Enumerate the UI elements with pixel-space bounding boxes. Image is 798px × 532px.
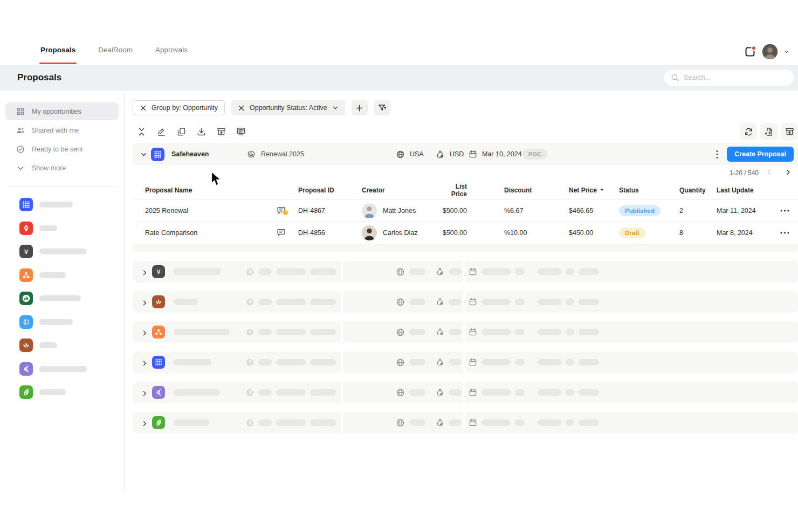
sidebar-item-show-more[interactable]: Show more — [5, 159, 119, 177]
row-menu-kebab-icon[interactable] — [780, 210, 798, 212]
notifications-panel-icon[interactable] — [744, 46, 756, 58]
archive-box-icon[interactable] — [781, 123, 798, 140]
tab-approvals[interactable]: Approvals — [155, 46, 188, 65]
table-header-row: Proposal Name Proposal ID Creator List P… — [133, 181, 798, 199]
collapsed-group-row[interactable]: V — [133, 261, 798, 282]
filter-funnel-button[interactable] — [374, 100, 390, 115]
col-status[interactable]: Status — [619, 186, 679, 194]
opportunity-skeleton-cluster — [246, 321, 336, 343]
collapsed-group-row[interactable] — [133, 382, 798, 403]
lotus-logo-icon — [152, 295, 165, 308]
col-proposal-name[interactable]: Proposal Name — [145, 186, 277, 194]
proposal-name[interactable]: 2025 Renewal — [145, 207, 277, 215]
date-skeleton-cluster — [469, 382, 599, 403]
expand-group-chevron-icon[interactable] — [141, 329, 148, 338]
sidebar-item-label: Shared with me — [32, 127, 79, 134]
sidebar-company-item[interactable] — [0, 217, 124, 240]
opportunity-skeleton-cluster — [246, 351, 336, 373]
table-row[interactable]: Rate Comparison DH-4856 Carlos Diaz $500… — [133, 222, 798, 244]
creator-name: Carlos Diaz — [383, 229, 418, 237]
money-bag-icon — [436, 418, 444, 427]
country-skeleton-cluster — [396, 382, 425, 403]
sidebar-company-item[interactable] — [0, 264, 124, 287]
search-input[interactable] — [684, 74, 787, 81]
download-icon[interactable] — [196, 127, 206, 136]
col-creator[interactable]: Creator — [362, 186, 440, 194]
sidebar-item-shared-with-me[interactable]: Shared with me — [5, 121, 119, 139]
col-discount[interactable]: Discount — [504, 186, 569, 194]
refresh-icon[interactable] — [740, 123, 757, 140]
money-bag-icon — [436, 267, 444, 276]
col-list-price[interactable]: List Price — [440, 183, 467, 198]
close-icon[interactable] — [238, 105, 245, 112]
svg-text:V: V — [24, 248, 28, 255]
chevron-down-icon[interactable] — [332, 105, 339, 111]
close-icon[interactable] — [140, 105, 147, 112]
col-quantity[interactable]: Quantity — [679, 186, 717, 194]
sidebar-item-my-opportunities[interactable]: My opportunities — [5, 102, 119, 120]
expand-group-chevron-icon[interactable] — [141, 359, 148, 369]
filter-chip-opportunity-status[interactable]: Opportunity Status: Active — [231, 100, 345, 115]
col-net-price[interactable]: Net Price — [569, 186, 619, 194]
row-menu-kebab-icon[interactable] — [780, 232, 798, 234]
collapsed-group-row[interactable] — [133, 351, 798, 373]
collapse-all-icon[interactable] — [136, 127, 146, 136]
group-name-skeleton — [174, 419, 209, 426]
tag-badge: POC — [522, 149, 547, 160]
leaf-logo-icon — [19, 385, 33, 399]
creator-name: Matt Jones — [383, 207, 416, 215]
group-name-skeleton — [174, 389, 220, 396]
expand-group-chevron-icon[interactable] — [141, 419, 148, 429]
group-menu-kebab-icon[interactable] — [713, 148, 721, 160]
pagination-next-icon[interactable] — [785, 169, 792, 177]
sidebar-company-item[interactable] — [0, 357, 124, 381]
user-avatar[interactable] — [762, 44, 778, 59]
sidebar-company-item[interactable] — [0, 334, 124, 357]
sidebar-company-item[interactable] — [0, 381, 124, 404]
filter-chip-group-by[interactable]: Group by: Opportunity — [133, 100, 225, 115]
nav-tabs: Proposals DealRoom Approvals — [40, 46, 188, 65]
expand-group-chevron-icon[interactable] — [141, 389, 148, 399]
collapsed-group-row[interactable] — [133, 412, 798, 433]
currency-skeleton-cluster — [436, 321, 462, 343]
sidebar-company-item[interactable] — [0, 310, 124, 334]
filter-chip-label: Opportunity Status: Active — [250, 104, 327, 112]
sidebar-company-item[interactable] — [0, 287, 124, 310]
network-logo-icon — [152, 326, 165, 338]
display-icon[interactable] — [236, 127, 246, 136]
country-label: USA — [410, 150, 424, 158]
proposal-name[interactable]: Rate Comparison — [145, 229, 277, 237]
group-name-skeleton — [174, 268, 221, 275]
sidebar-company-item[interactable]: V — [0, 240, 124, 264]
comment-icon[interactable] — [277, 209, 286, 216]
sidebar-item-ready-to-be-sent[interactable]: Ready to be sent — [5, 140, 119, 158]
country-info: USA — [396, 143, 424, 165]
tab-dealroom[interactable]: DealRoom — [98, 46, 133, 65]
create-proposal-button[interactable]: Create Proposal — [727, 147, 794, 162]
export-excel-icon[interactable] — [760, 123, 778, 140]
collapse-group-chevron-icon[interactable] — [140, 143, 147, 165]
quantity: 8 — [679, 229, 717, 237]
toolbar — [133, 123, 798, 140]
pagination-prev-icon[interactable] — [766, 169, 773, 177]
col-proposal-id[interactable]: Proposal ID — [298, 186, 362, 194]
table-row[interactable]: 2025 Renewal DH-4867 Matt Jones $500.00 … — [133, 199, 798, 222]
last-update: Mar 8, 2024 — [717, 229, 780, 237]
company-name: Safeheaven — [171, 143, 209, 165]
user-menu-caret-icon[interactable] — [784, 49, 789, 54]
col-last-update[interactable]: Last Update — [717, 186, 780, 194]
comment-icon[interactable] — [277, 231, 286, 238]
expand-group-chevron-icon[interactable] — [141, 299, 148, 308]
sidebar-company-item[interactable] — [0, 193, 124, 217]
copy-icon[interactable] — [176, 127, 186, 136]
collapsed-group-row[interactable] — [133, 321, 798, 343]
collapsed-group-row[interactable] — [133, 291, 798, 313]
calendar-icon — [469, 328, 477, 336]
tab-proposals[interactable]: Proposals — [40, 46, 75, 65]
pagination: 1-20 / 540 — [133, 165, 798, 181]
add-filter-button[interactable] — [352, 100, 368, 115]
edit-icon[interactable] — [156, 127, 166, 136]
expand-group-chevron-icon[interactable] — [141, 268, 148, 278]
archive-icon[interactable] — [216, 127, 226, 136]
globe-icon — [396, 358, 405, 367]
